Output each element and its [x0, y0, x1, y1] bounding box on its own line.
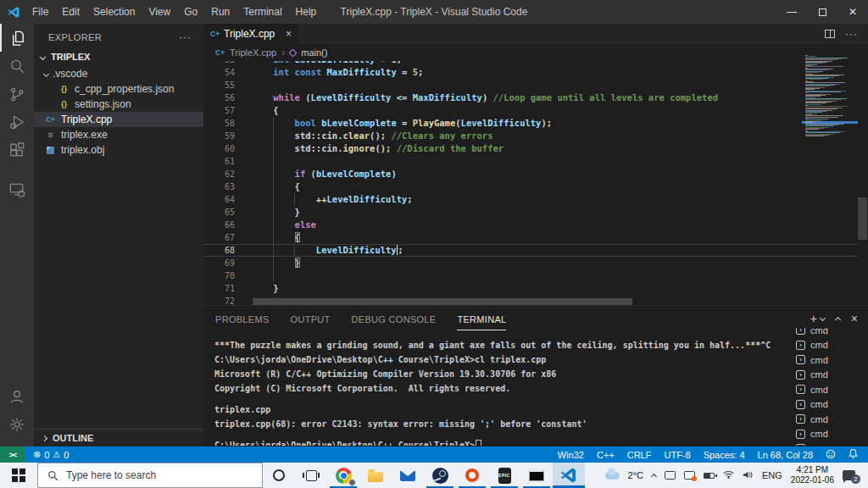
clock[interactable]: 4:21 PM 2022-01-06 [791, 465, 834, 486]
tree-item-triplex-cpp[interactable]: C+TripleX.cpp [34, 112, 203, 127]
action-center-icon[interactable]: 2 [843, 470, 855, 480]
terminal-session-cmd[interactable]: ›cmd [791, 338, 864, 353]
terminal-session-cmd[interactable]: ›cmd [791, 368, 864, 383]
weather-temperature[interactable]: 2°C [628, 470, 643, 480]
code-line-62[interactable]: 62 if (bLevelComplete) [203, 168, 858, 180]
code-line-61[interactable]: 61 [203, 155, 858, 168]
code-line-64[interactable]: 64 ++LevelDifficulty; [203, 193, 858, 206]
maximize-panel-icon[interactable] [835, 317, 841, 323]
status-spaces-4[interactable]: Spaces: 4 [704, 450, 745, 460]
menu-view[interactable]: View [142, 0, 177, 24]
code-line-66[interactable]: 66 else [203, 219, 858, 231]
search-icon[interactable] [0, 52, 34, 80]
code-line-57[interactable]: 57 { [203, 104, 858, 117]
panel-tab-output[interactable]: OUTPUT [291, 308, 331, 330]
code-line-69[interactable]: 69 } [203, 257, 858, 269]
terminal-session-cmd[interactable]: ›cmd [791, 382, 864, 397]
tree-item-settings-json[interactable]: {}settings.json [34, 97, 203, 112]
breadcrumb-file[interactable]: TripleX.cpp [230, 47, 276, 58]
code-line-55[interactable]: 55 [203, 79, 858, 92]
epic-games-button[interactable]: EPIC [488, 463, 520, 488]
volume-icon[interactable] [743, 470, 754, 481]
status-crlf[interactable]: CRLF [627, 450, 652, 460]
breadcrumb-symbol[interactable]: main() [301, 47, 327, 58]
close-button[interactable]: ✕ [837, 0, 868, 24]
terminal-output[interactable]: ***The puzzle makes a grinding sound, an… [214, 338, 785, 446]
explorer-more-actions-icon[interactable]: ··· [179, 31, 192, 43]
cortana-button[interactable] [263, 463, 295, 488]
terminal-session-cmd[interactable]: ›cmd [791, 441, 864, 446]
feedback-icon[interactable] [826, 449, 836, 461]
extensions-icon[interactable] [0, 136, 34, 164]
notifications-bell-icon[interactable] [849, 448, 858, 461]
mail-button[interactable] [392, 463, 424, 488]
hidden-icons-chevron[interactable] [651, 474, 657, 480]
outline-section[interactable]: OUTLINE [34, 429, 203, 446]
code-line-59[interactable]: 59 std::cin.clear(); //Clears any errors [203, 130, 858, 142]
run-and-debug-icon[interactable] [0, 108, 34, 136]
code-line-58[interactable]: 58 bool bLevelComplete = PlayGame(LevelD… [203, 117, 858, 130]
terminal-session-cmd[interactable]: ›cmd [791, 328, 864, 338]
remote-indicator[interactable]: >< [0, 446, 25, 463]
vertical-scrollbar[interactable] [858, 197, 867, 240]
vscode-taskbar-button[interactable] [553, 463, 585, 488]
start-button[interactable] [0, 463, 37, 488]
menu-selection[interactable]: Selection [86, 0, 142, 24]
code-line-60[interactable]: 60 std::cin.ignore(); //Discard the buff… [203, 142, 858, 155]
panel-tab-terminal[interactable]: TERMINAL [457, 308, 506, 330]
settings-gear-icon[interactable] [0, 410, 34, 438]
menu-run[interactable]: Run [204, 0, 236, 24]
task-view-button[interactable] [295, 463, 327, 488]
menu-edit[interactable]: Edit [55, 0, 86, 24]
minimap[interactable] [805, 55, 856, 138]
tree-item-c-cpp-properties-json[interactable]: {}c_cpp_properties.json [34, 81, 203, 97]
minimize-button[interactable]: — [776, 0, 807, 24]
code-line-56[interactable]: 56 while (LevelDifficulty <= MaxDifficul… [203, 92, 858, 104]
split-editor-icon[interactable] [825, 30, 835, 38]
code-editor[interactable]: 53 int LevelDifficulty = 1;54 int const … [203, 61, 858, 305]
file-explorer-button[interactable] [359, 463, 392, 488]
maximize-button[interactable] [807, 0, 837, 24]
tree-item--vscode[interactable]: .vscode [34, 66, 203, 81]
new-terminal-button[interactable]: + [810, 312, 825, 325]
panel-tab-problems[interactable]: PROBLEMS [215, 308, 270, 330]
wifi-icon[interactable] [723, 470, 734, 481]
steam-button[interactable] [424, 463, 456, 488]
command-prompt-button[interactable] [520, 463, 553, 488]
status-c++[interactable]: C++ [597, 450, 615, 460]
tablet-device-icon[interactable] [665, 471, 676, 480]
status-win32[interactable]: Win32 [558, 450, 584, 460]
terminal-session-cmd[interactable]: ›cmd [791, 352, 864, 368]
code-line-54[interactable]: 54 int const MaxDifficulty = 5; [203, 66, 858, 79]
code-line-67[interactable]: 67 { [203, 231, 858, 244]
status-utf-8[interactable]: UTF-8 [664, 450, 690, 460]
code-line-71[interactable]: 71 } [203, 282, 858, 295]
language-indicator[interactable]: ENG [762, 470, 782, 480]
horizontal-scrollbar[interactable] [253, 298, 632, 305]
office-button[interactable] [456, 463, 488, 488]
meet-now-icon[interactable] [684, 471, 695, 480]
terminal-dropdown-icon[interactable] [820, 314, 826, 320]
menu-file[interactable]: File [25, 0, 55, 24]
battery-icon[interactable] [704, 473, 715, 479]
workspace-root-triplex[interactable]: TRIPLEX [34, 47, 203, 66]
terminal-session-cmd[interactable]: ›cmd [791, 412, 864, 427]
panel-tab-debug-console[interactable]: DEBUG CONSOLE [352, 308, 437, 330]
remote-explorer-icon[interactable] [0, 175, 34, 203]
code-line-65[interactable]: 65 } [203, 206, 858, 219]
taskbar-search-input[interactable]: Type here to search [37, 463, 263, 488]
status-ln-68-col-28[interactable]: Ln 68, Col 28 [758, 450, 813, 460]
explorer-icon[interactable] [0, 24, 34, 52]
menu-help[interactable]: Help [289, 0, 324, 24]
chrome-taskbar-button[interactable] [327, 463, 359, 488]
accounts-icon[interactable] [0, 382, 34, 410]
problems-status[interactable]: ⊗ 0 ⚠ 0 [33, 449, 69, 460]
tab-triplex-cpp[interactable]: C+ TripleX.cpp × [203, 24, 298, 44]
code-line-70[interactable]: 70 [203, 269, 858, 282]
menu-terminal[interactable]: Terminal [236, 0, 288, 24]
menu-go[interactable]: Go [177, 0, 204, 24]
weather-cloud-icon[interactable] [605, 472, 620, 480]
terminal-session-cmd[interactable]: ›cmd [791, 397, 864, 413]
code-line-68[interactable]: 68 LevelDifficulty; [203, 244, 858, 257]
close-panel-icon[interactable]: × [851, 312, 858, 325]
